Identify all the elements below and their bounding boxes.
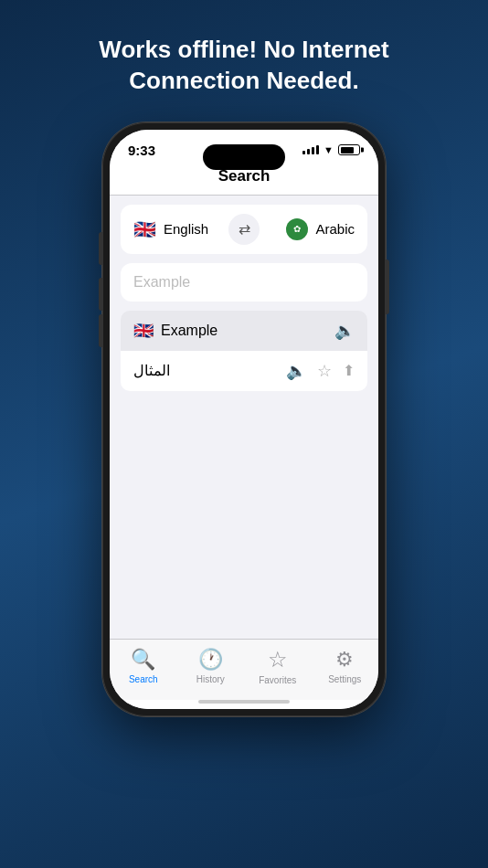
tab-history[interactable]: 🕐 History	[177, 648, 245, 684]
result-icons: 🔈 ☆ ⬆	[286, 361, 355, 381]
favorites-tab-icon: ☆	[268, 647, 288, 672]
phone-shell: 9:33 ▼ Search 🇬🇧 English ⇄	[102, 122, 386, 716]
favorites-tab-label: Favorites	[259, 675, 296, 685]
swap-icon: ⇄	[239, 220, 250, 238]
tab-search[interactable]: 🔍 Search	[110, 648, 177, 684]
battery-fill	[341, 147, 354, 153]
status-time: 9:33	[128, 143, 155, 158]
share-icon[interactable]: ⬆	[343, 362, 355, 379]
phone-screen: 9:33 ▼ Search 🇬🇧 English ⇄	[110, 130, 378, 709]
home-indicator	[110, 700, 378, 709]
search-input-wrap[interactable]	[121, 263, 367, 302]
result-target-word: المثال	[133, 362, 170, 379]
swap-button[interactable]: ⇄	[228, 214, 260, 245]
result-word-en: 🇬🇧 Example	[133, 321, 217, 341]
settings-tab-icon: ⚙	[335, 648, 354, 672]
result-translation-row: المثال 🔈 ☆ ⬆	[121, 351, 367, 391]
search-tab-icon: 🔍	[131, 648, 155, 672]
lang-selector[interactable]: 🇬🇧 English ⇄ ✿ Arabic	[121, 205, 367, 254]
result-speaker-icon[interactable]: 🔈	[334, 321, 355, 341]
target-lang-label: Arabic	[315, 221, 355, 237]
wifi-icon: ▼	[324, 144, 334, 155]
source-language[interactable]: 🇬🇧 English	[133, 218, 228, 240]
history-tab-label: History	[196, 674, 225, 684]
signal-icon	[302, 145, 319, 154]
home-bar	[198, 700, 290, 704]
dynamic-island	[203, 144, 285, 170]
history-tab-icon: 🕐	[198, 648, 223, 672]
search-input[interactable]	[133, 274, 355, 291]
tab-favorites[interactable]: ☆ Favorites	[244, 647, 312, 685]
source-lang-label: English	[164, 221, 208, 237]
result-word-row: 🇬🇧 Example 🔈	[121, 311, 367, 351]
settings-tab-label: Settings	[328, 674, 361, 684]
target-flag: ✿	[286, 218, 308, 240]
tab-settings[interactable]: ⚙ Settings	[312, 648, 379, 684]
search-tab-label: Search	[129, 674, 158, 684]
battery-icon	[338, 144, 360, 155]
target-language[interactable]: ✿ Arabic	[260, 218, 355, 240]
translation-speaker-icon[interactable]: 🔈	[286, 361, 306, 381]
status-bar: 9:33 ▼	[110, 130, 378, 164]
status-icons: ▼	[302, 144, 360, 155]
favorite-icon[interactable]: ☆	[317, 361, 332, 381]
result-source-word: Example	[161, 323, 217, 339]
results-section: 🇬🇧 Example 🔈 المثال 🔈 ☆ ⬆	[110, 302, 378, 639]
result-source-flag: 🇬🇧	[133, 321, 154, 341]
tab-bar: 🔍 Search 🕐 History ☆ Favorites ⚙ Setting…	[110, 639, 378, 700]
source-flag: 🇬🇧	[133, 218, 156, 240]
headline: Works offline! No Internet Connection Ne…	[62, 0, 425, 122]
